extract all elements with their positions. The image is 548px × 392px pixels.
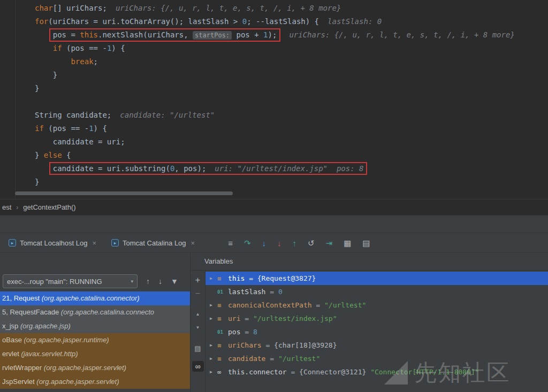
expand-arrow-icon[interactable]: ▶	[210, 276, 217, 281]
expand-arrow-icon[interactable]: ▶	[210, 343, 217, 348]
code-line[interactable]: if (pos == -1) {	[16, 42, 548, 55]
code-text: break;	[71, 57, 98, 66]
frame-row[interactable]: rvletWrapper (org.apache.jasper.servlet)	[0, 361, 190, 375]
inline-debug-hint: uriChars: {/, u, r, l, t, e, s, t, /, i,…	[289, 30, 514, 39]
breadcrumb-method[interactable]: getContextPath()	[23, 203, 75, 211]
variable-row[interactable]: ▶∞this.connector = {Connector@3121} "Con…	[206, 365, 548, 379]
frames-toolbar: exec-...roup "main": RUNNING ▾ ↑↓▼	[0, 271, 190, 291]
code-token: ) {	[94, 124, 107, 133]
add-watch-icon[interactable]: +	[195, 276, 200, 285]
chevron-right-icon: ›	[16, 204, 18, 211]
variable-row[interactable]: ▶≡canonicalContextPath = "/urltest"	[206, 298, 548, 312]
execution-highlight-box: candidate = uri.substring(0, pos);uri: "…	[49, 162, 368, 175]
watch-icon: ∞	[217, 368, 228, 376]
show-watches-icon[interactable]: ∞	[192, 361, 204, 372]
filter-frames-icon[interactable]: ▼	[171, 277, 178, 286]
equals-sign: =	[287, 368, 299, 376]
array-icon: ≡	[217, 342, 228, 349]
frames-list: 21, Request (org.apache.catalina.connect…	[0, 291, 190, 392]
indent	[35, 71, 53, 79]
menu-icon[interactable]: ≡	[228, 239, 233, 247]
variable-row[interactable]: 01pos = 8	[206, 325, 548, 339]
move-watch-down-icon[interactable]: ▼	[196, 324, 200, 332]
expand-arrow-icon[interactable]: ▶	[210, 370, 217, 374]
object-icon: ≡	[217, 355, 228, 363]
code-token: break	[71, 57, 93, 66]
code-line[interactable]: String candidate;candidate: "/urltest"	[16, 109, 548, 122]
breadcrumb-class[interactable]: est	[2, 203, 11, 211]
layout-settings-icon[interactable]: ▤	[362, 239, 370, 247]
variable-value: {Connector@3121}	[299, 368, 370, 376]
variable-row[interactable]: 01lastSlash = 0	[206, 285, 548, 298]
variables-body: +−▲▼▤∞ ▶≡this = {Request@3827}01lastSlas…	[191, 271, 548, 392]
step-into-icon[interactable]: ↓	[262, 239, 267, 247]
code-line[interactable]: }	[16, 82, 548, 95]
frame-row[interactable]: JspServlet (org.apache.jasper.servlet)	[0, 375, 190, 389]
expand-arrow-icon[interactable]: ▶	[210, 316, 217, 321]
thread-dropdown[interactable]: exec-...roup "main": RUNNING ▾	[3, 274, 138, 288]
frame-row[interactable]: oBase (org.apache.jasper.runtime)	[0, 333, 190, 347]
close-icon[interactable]: ×	[191, 239, 195, 247]
frame-package: (org.apache.catalina.connecto	[61, 308, 154, 316]
frame-down-icon[interactable]: ↓	[158, 277, 162, 286]
variables-header: Variables	[191, 253, 548, 271]
code-token: (pos == -	[44, 124, 89, 133]
code-line[interactable]: break;	[16, 55, 548, 68]
equals-sign: =	[240, 328, 253, 336]
code-line[interactable]: }	[16, 175, 548, 189]
step-over-icon[interactable]: ↷	[244, 239, 251, 247]
code-line[interactable]	[16, 95, 548, 109]
code-token: (pos == -	[62, 44, 107, 52]
code-token: , pos);	[174, 164, 206, 173]
drop-frame-icon[interactable]: ↺	[308, 239, 315, 247]
move-watch-up-icon[interactable]: ▲	[196, 310, 200, 319]
console-icon: ▸	[9, 239, 16, 247]
code-line[interactable]: for(uriChars = uri.toCharArray(); lastSl…	[16, 15, 548, 28]
variable-row[interactable]: ▶≡candidate = "/urltest"	[206, 352, 548, 365]
variable-row[interactable]: ▶≡uriChars = {char[18]@3928}	[206, 339, 548, 352]
code-text: }	[35, 84, 39, 93]
remove-watch-icon[interactable]: −	[195, 289, 200, 298]
close-icon[interactable]: ×	[92, 239, 96, 247]
code-line[interactable]: }	[16, 68, 548, 82]
step-out-icon[interactable]: ↑	[293, 239, 297, 247]
equals-sign: =	[245, 274, 257, 282]
code-token: candidate = uri.substring(	[53, 164, 170, 173]
horizontal-scrollbar[interactable]	[15, 191, 233, 195]
inline-debug-hint: uri: "/urltest/index.jsp" pos: 8	[215, 164, 363, 173]
run-to-cursor-icon[interactable]: ⇥	[326, 239, 333, 247]
frame-text: rvletWrapper	[2, 364, 44, 372]
frame-package: (org.apache.jasper.servlet)	[44, 364, 126, 372]
code-token: if	[53, 44, 62, 52]
copy-value-icon[interactable]: ▤	[194, 344, 201, 353]
code-line[interactable]: char[] uriChars;uriChars: {/, u, r, l, t…	[16, 2, 548, 15]
code-line[interactable]: } else {	[16, 149, 548, 162]
code-text: } else {	[35, 151, 71, 159]
code-line[interactable]: if (pos == -1) {	[16, 122, 548, 135]
equals-sign: =	[312, 301, 324, 309]
expand-arrow-icon[interactable]: ▶	[210, 356, 217, 361]
variables-panel: Variables +−▲▼▤∞ ▶≡this = {Request@3827}…	[191, 253, 548, 392]
frame-row[interactable]: 21, Request (org.apache.catalina.connect…	[0, 291, 190, 305]
execution-highlight-box: pos = this.nextSlash(uriChars, startPos:…	[49, 28, 281, 42]
frame-row[interactable]: x_jsp (org.apache.jsp)	[0, 319, 190, 333]
code-line[interactable]: candidate = uri;	[16, 135, 548, 149]
frame-row[interactable]: 5, RequestFacade (org.apache.catalina.co…	[0, 305, 190, 319]
code-token: );	[268, 30, 277, 39]
variable-row[interactable]: ▶≡this = {Request@3827}	[206, 272, 548, 285]
frame-package: (javax.servlet.http)	[21, 350, 78, 358]
frame-up-icon[interactable]: ↑	[146, 277, 150, 286]
force-step-into-icon[interactable]: ↓	[277, 239, 281, 247]
code-area[interactable]: char[] uriChars;uriChars: {/, u, r, l, t…	[16, 2, 548, 189]
layout-grid-icon[interactable]: ▦	[344, 239, 351, 247]
frame-row[interactable]: ervlet (javax.servlet.http)	[0, 347, 190, 361]
code-line[interactable]: candidate = uri.substring(0, pos);uri: "…	[16, 162, 548, 175]
variable-row[interactable]: ▶≡uri = "/urltest/index.jsp"	[206, 312, 548, 325]
code-token: (uriChars = uri.toCharArray(); lastSlash…	[48, 17, 242, 26]
code-token: this	[80, 30, 98, 39]
console-tab[interactable]: ▸Tomcat Localhost Log×	[9, 239, 96, 247]
expand-arrow-icon[interactable]: ▶	[210, 303, 217, 308]
code-line[interactable]: pos = this.nextSlash(uriChars, startPos:…	[16, 28, 548, 42]
variable-name: pos	[228, 328, 240, 336]
console-tab[interactable]: ▸Tomcat Catalina Log×	[111, 239, 195, 247]
